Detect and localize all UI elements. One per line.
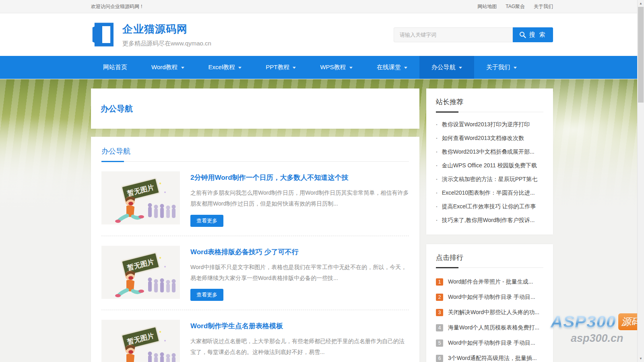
ranking-item-text: 海量Word个人简历模板表格免费打... <box>448 324 539 331</box>
search-input[interactable] <box>394 27 513 42</box>
page-title: 办公导航 <box>101 103 133 114</box>
nav-item[interactable]: 关于我们 <box>474 56 529 79</box>
ranking-item[interactable]: 1 Word邮件合并带照片 - 批量生成... <box>436 274 543 290</box>
recommend-item[interactable]: · 演示文稿加密的方法：星辰玩PPT第七 <box>436 173 543 186</box>
ranking-item[interactable]: 3 关闭解决Word中那些让人头疼的功... <box>436 305 543 320</box>
read-more-button[interactable]: 查看更多 <box>190 289 223 301</box>
watermark-domain: asp300.cn <box>551 332 643 345</box>
recommend-item[interactable]: · 金山WPS Office 2011 校园版免费下载 <box>436 159 543 173</box>
rank-badge: 6 <box>436 355 443 362</box>
topbar-link[interactable]: TAG聚合 <box>506 3 525 10</box>
watermark-brand: ASP300 <box>551 312 616 331</box>
read-more-button[interactable]: 查看更多 <box>190 215 223 227</box>
recommend-item[interactable]: · 提高Excel工作效率技巧 让你的工作事 <box>436 200 543 214</box>
nav-item-label: 关于我们 <box>486 64 510 71</box>
ranking-item[interactable]: 6 3个Word通配符高级用法，批量插... <box>436 351 543 362</box>
recommend-item[interactable]: · 如何查看Word2013文档修改次数 <box>436 132 543 145</box>
no-image-placeholder-illustration: 暂无图片 <box>101 171 180 224</box>
recommend-item[interactable]: · 技巧来了,教你用Word制作客户投诉... <box>436 214 543 227</box>
article-title[interactable]: 2分钟用Word制作一个日历，大多数人不知道这个技 <box>190 173 409 182</box>
nav-item-label: Word教程 <box>151 64 178 71</box>
bullet-icon: · <box>436 135 438 142</box>
article-title[interactable]: Word表格排版必备技巧 少了可不行 <box>190 247 409 257</box>
article-body: 2分钟用Word制作一个日历，大多数人不知道这个技 之前有许多朋友问我怎么用Wo… <box>190 171 409 227</box>
search-bar: 搜 索 <box>394 27 553 42</box>
article-section-title: 办公导航 <box>101 146 409 162</box>
nav-item-label: PPT教程 <box>266 64 289 71</box>
recommend-item-text: 演示文稿加密的方法：星辰玩PPT第七 <box>442 176 537 183</box>
nav-item-label: 在线课堂 <box>377 64 401 71</box>
sidebar: 站长推荐 · 教你设置Word2013打印为逆序打印 · 如何查看Word201… <box>426 88 553 362</box>
article-body: Word表格排版必备技巧 少了可不行 Word中排版不只是文字和图片，表格也是我… <box>190 246 409 301</box>
bullet-icon: · <box>436 217 438 224</box>
recommend-title: 站长推荐 <box>436 97 543 112</box>
bullet-icon: · <box>436 149 438 155</box>
article-excerpt: 之前有许多朋友问我怎么用Word制作日历，用Word制作日历其实非常简单，相信有… <box>190 187 409 210</box>
recommend-item[interactable]: · 教你Word2013中文档折叠或展开部... <box>436 145 543 159</box>
nav-item[interactable]: 在线课堂 <box>365 56 419 79</box>
chevron-down-icon <box>238 67 242 69</box>
ranking-item-text: Word中如何手动制作目录 手动目... <box>448 339 535 347</box>
bullet-icon: · <box>436 176 438 183</box>
ranking-item-text: Word邮件合并带照片 - 批量生成... <box>448 278 533 286</box>
ranking-item[interactable]: 2 Word中如何手动制作目录 手动目... <box>436 290 543 305</box>
ranking-item-text: 3个Word通配符高级用法，批量插... <box>448 355 537 362</box>
bullet-icon: · <box>436 204 438 210</box>
ranking-item-text: 关闭解决Word中那些让人头疼的功... <box>448 309 539 316</box>
recommend-list: · 教你设置Word2013打印为逆序打印 · 如何查看Word2013文档修改… <box>436 118 543 227</box>
recommend-item[interactable]: · Excel2010图表制作：半圆百分比进... <box>436 186 543 200</box>
no-image-placeholder-illustration: 暂无图片 <box>101 320 180 362</box>
article-thumbnail[interactable]: 暂无图片 <box>101 246 180 299</box>
article-row: 暂无图片 <box>101 236 409 311</box>
chevron-down-icon <box>181 67 184 69</box>
nav-item[interactable]: WPS教程 <box>308 56 364 79</box>
recommend-item-text: Excel2010图表制作：半圆百分比进... <box>442 189 535 197</box>
article-row: 暂无图片 <box>101 162 409 236</box>
main-nav: 网站首页 Word教程 Excel教程 PPT教程 WPS教程 <box>0 56 644 79</box>
chevron-down-icon <box>404 67 407 69</box>
recommend-item-text: 提高Excel工作效率技巧 让你的工作事 <box>442 203 536 210</box>
vertical-scrollbar[interactable]: ▲ ▼ <box>637 0 644 362</box>
nav-item-label: 办公导航 <box>431 64 456 71</box>
rank-badge: 1 <box>436 278 443 286</box>
nav-item[interactable]: 网站首页 <box>91 56 139 79</box>
search-button[interactable]: 搜 索 <box>513 27 553 42</box>
ranking-box: 点击排行 1 Word邮件合并带照片 - 批量生成... 2 Word中如何手动… <box>426 244 553 362</box>
topbar-links: 网站地图 TAG聚合 关于我们 <box>477 3 553 10</box>
article-thumbnail[interactable]: 暂无图片 <box>101 320 180 362</box>
ranking-item[interactable]: 4 海量Word个人简历模板表格免费打... <box>436 320 543 335</box>
article-row: 暂无图片 <box>101 310 409 362</box>
scroll-down-icon[interactable]: ▼ <box>638 355 644 362</box>
topbar-link[interactable]: 关于我们 <box>534 3 553 10</box>
brand[interactable]: 企业猫源码网 更多精品源码尽在www.qymao.cn <box>91 22 211 47</box>
nav-item[interactable]: Excel教程 <box>196 56 254 79</box>
chevron-down-icon <box>514 67 517 69</box>
ranking-title: 点击排行 <box>436 253 543 268</box>
recommend-item-text: 技巧来了,教你用Word制作客户投诉... <box>442 217 535 224</box>
site-tagline: 更多精品源码尽在www.qymao.cn <box>122 40 211 47</box>
recommend-item[interactable]: · 教你设置Word2013打印为逆序打印 <box>436 118 543 132</box>
scroll-up-icon[interactable]: ▲ <box>638 0 644 7</box>
chevron-down-icon <box>459 67 462 69</box>
main-column: 办公导航 办公导航 <box>91 88 419 362</box>
article-title[interactable]: Word制作学生点名册表格模板 <box>190 321 409 331</box>
rank-badge: 3 <box>436 309 443 316</box>
article-thumbnail[interactable]: 暂无图片 <box>101 171 180 224</box>
ranking-item-text: Word中如何手动制作目录 手动目... <box>448 294 535 301</box>
nav-item[interactable]: PPT教程 <box>254 56 308 79</box>
scrollbar-thumb[interactable] <box>638 7 644 103</box>
recommend-box: 站长推荐 · 教你设置Word2013打印为逆序打印 · 如何查看Word201… <box>426 88 553 234</box>
chevron-down-icon <box>349 67 353 69</box>
topbar-link[interactable]: 网站地图 <box>477 3 497 10</box>
site-header: 企业猫源码网 更多精品源码尽在www.qymao.cn 搜 索 <box>0 13 644 56</box>
nav-item[interactable]: 办公导航 <box>419 56 474 79</box>
nav-item[interactable]: Word教程 <box>139 56 196 79</box>
welcome-text: 欢迎访问企业猫源码网！ <box>91 3 144 10</box>
top-utility-bar: 欢迎访问企业猫源码网！ 网站地图 TAG聚合 关于我们 <box>0 0 644 13</box>
nav-item-label: 网站首页 <box>103 64 127 71</box>
bullet-icon: · <box>436 162 438 169</box>
recommend-item-text: 金山WPS Office 2011 校园版免费下载 <box>442 162 537 169</box>
ranking-item[interactable]: 5 Word中如何手动制作目录 手动目... <box>436 335 543 351</box>
search-icon <box>519 31 526 38</box>
article-excerpt: 大家都听说过点名册吧，上大学那会儿，有些老师都已经把手里的点名册作为自己的法宝了… <box>190 336 409 358</box>
